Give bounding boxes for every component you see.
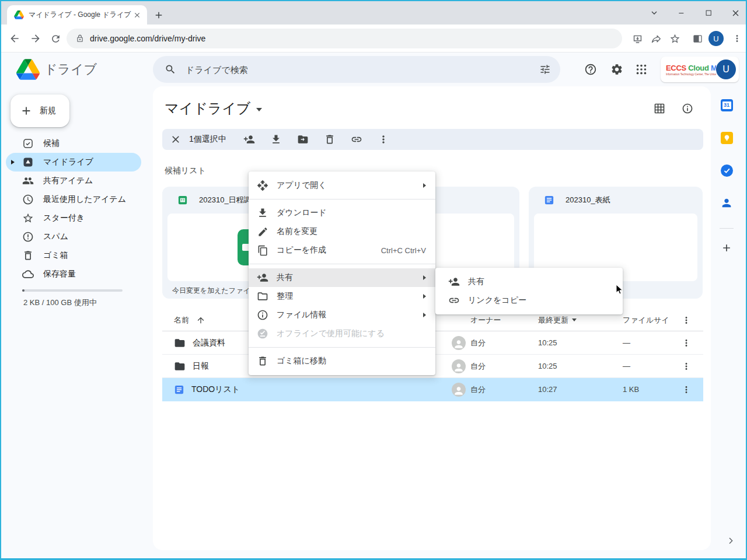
column-size-label[interactable]: ファイルサイ [623, 316, 669, 324]
install-page-icon[interactable] [629, 30, 646, 47]
row-more-icon[interactable] [678, 361, 695, 372]
new-button[interactable]: 新規 [11, 94, 69, 127]
column-name-label[interactable]: 名前 [174, 315, 189, 326]
trash-icon [257, 355, 268, 367]
clock-icon [22, 194, 34, 205]
calendar-icon[interactable]: 31 [719, 97, 734, 113]
rail-divider [720, 228, 734, 229]
side-panel-icon[interactable] [689, 30, 706, 47]
drive-app-name: ドライブ [44, 61, 97, 78]
tab-close-icon[interactable] [132, 10, 142, 20]
row-more-icon[interactable] [678, 338, 695, 348]
clear-selection-icon[interactable] [169, 133, 182, 146]
account-avatar[interactable]: U [716, 60, 736, 79]
copy-icon [257, 244, 268, 256]
context-menu: アプリで開く ダウンロード 名前を変更 コピーを作成 Ctrl+C Ctrl+V… [249, 172, 435, 375]
google-apps-grid-icon[interactable] [635, 63, 649, 77]
move-to-folder-icon[interactable] [296, 133, 309, 146]
link-icon [448, 295, 460, 306]
browser-window: マイドライブ - Google ドライブ drive.google.com/dr… [0, 0, 747, 560]
search-icon[interactable] [165, 64, 176, 75]
tasks-icon[interactable] [719, 163, 734, 178]
back-button[interactable] [6, 30, 23, 47]
more-actions-icon[interactable] [377, 133, 390, 146]
row-more-icon[interactable] [678, 384, 695, 395]
search-options-tune-icon[interactable] [539, 64, 551, 75]
window-minimize-button[interactable] [673, 5, 690, 21]
help-icon[interactable] [584, 63, 598, 77]
menu-item-rename[interactable]: 名前を変更 [249, 222, 435, 241]
menu-item-make-copy[interactable]: コピーを作成 Ctrl+C Ctrl+V [249, 241, 435, 260]
expand-caret-icon[interactable] [11, 160, 15, 164]
docs-file-icon [544, 195, 554, 205]
forward-button[interactable] [27, 30, 44, 47]
spam-icon [22, 231, 34, 243]
reload-button[interactable] [47, 30, 64, 47]
column-modified-label[interactable]: 最終更新 [538, 315, 568, 326]
copy-link-icon[interactable] [350, 133, 363, 146]
list-options-icon[interactable] [678, 315, 695, 326]
docs-file-icon [174, 384, 184, 395]
download-icon [257, 207, 268, 219]
contacts-icon[interactable] [719, 195, 734, 211]
menu-item-share[interactable]: 共有 [249, 268, 435, 287]
window-maximize-button[interactable] [700, 5, 717, 21]
copy-shortcut: Ctrl+C Ctrl+V [381, 246, 426, 255]
submenu-arrow-icon [423, 183, 426, 188]
drive-search-bar[interactable] [153, 56, 560, 83]
bookmark-star-icon[interactable] [666, 30, 683, 47]
browser-menu-icon[interactable] [728, 30, 746, 47]
menu-item-download[interactable]: ダウンロード [249, 204, 435, 222]
sidebar-item-my-drive[interactable]: マイドライブ [6, 153, 141, 172]
page-title[interactable]: マイドライブ [165, 99, 262, 118]
sidebar-item-storage[interactable]: 保存容量 [6, 265, 141, 284]
star-icon [22, 212, 34, 224]
sidebar-item-spam[interactable]: スパム [6, 228, 141, 246]
sheets-file-icon [177, 195, 188, 205]
browser-profile-avatar[interactable]: U [708, 31, 724, 46]
search-input[interactable] [184, 64, 539, 75]
drive-logo-icon[interactable] [16, 59, 40, 80]
menu-item-file-info[interactable]: ファイル情報 [249, 306, 435, 324]
drive-favicon-icon [14, 10, 24, 19]
url-bar[interactable]: drive.google.com/drive/my-drive [67, 29, 622, 48]
details-info-icon[interactable] [682, 103, 693, 114]
submenu-arrow-icon [423, 313, 426, 317]
window-close-button[interactable] [727, 5, 744, 21]
tab-search-chevron-icon[interactable] [645, 5, 663, 21]
sidebar-item-trash[interactable]: ゴミ箱 [6, 246, 141, 265]
get-addons-plus-icon[interactable] [719, 240, 734, 256]
sidebar-item-starred[interactable]: スター付き [6, 209, 141, 228]
share-page-icon[interactable] [647, 30, 665, 47]
sidebar-item-shared[interactable]: 共有アイテム [6, 172, 141, 190]
trash-icon[interactable] [323, 133, 336, 146]
plus-icon [20, 104, 33, 117]
share-person-add-icon [257, 272, 268, 284]
download-icon[interactable] [270, 133, 282, 146]
new-tab-button[interactable] [153, 9, 165, 21]
browser-tab[interactable]: マイドライブ - Google ドライブ [7, 5, 147, 24]
menu-item-move-to-trash[interactable]: ゴミ箱に移動 [249, 352, 435, 370]
sidebar-nav: 候補 マイドライブ 共有アイテム 最近使用したアイテム スター付き [1, 134, 151, 284]
settings-gear-icon[interactable] [610, 63, 624, 77]
title-dropdown-caret-icon[interactable] [256, 108, 262, 111]
menu-item-open-with[interactable]: アプリで開く [249, 176, 435, 195]
column-owner-label[interactable]: オーナー [470, 315, 501, 326]
submenu-item-share[interactable]: 共有 [435, 272, 623, 291]
storage-usage-text: 2 KB / 100 GB 使用中 [23, 298, 97, 308]
sort-ascending-icon[interactable] [196, 316, 205, 325]
menu-item-organize[interactable]: 整理 [249, 287, 435, 306]
selection-toolbar: 1個選択中 [162, 129, 703, 150]
share-person-add-icon[interactable] [243, 133, 256, 146]
sidebar-item-recent[interactable]: 最近使用したアイテム [6, 190, 141, 209]
sidebar-item-suggested[interactable]: 候補 [6, 134, 141, 153]
file-row-selected[interactable]: TODOリスト 自分 10:27 1 KB [162, 378, 703, 401]
account-badge[interactable]: ECCS Cloud Mail Information Technology C… [661, 57, 739, 82]
grid-view-toggle-icon[interactable] [654, 103, 665, 114]
side-panel-rail: 31 [708, 86, 746, 558]
new-button-label: 新規 [40, 106, 56, 116]
keep-icon[interactable] [719, 130, 734, 145]
show-side-panel-chevron-icon[interactable] [726, 536, 735, 545]
trash-icon [22, 250, 34, 261]
submenu-item-copy-link[interactable]: リンクをコピー [435, 291, 623, 310]
